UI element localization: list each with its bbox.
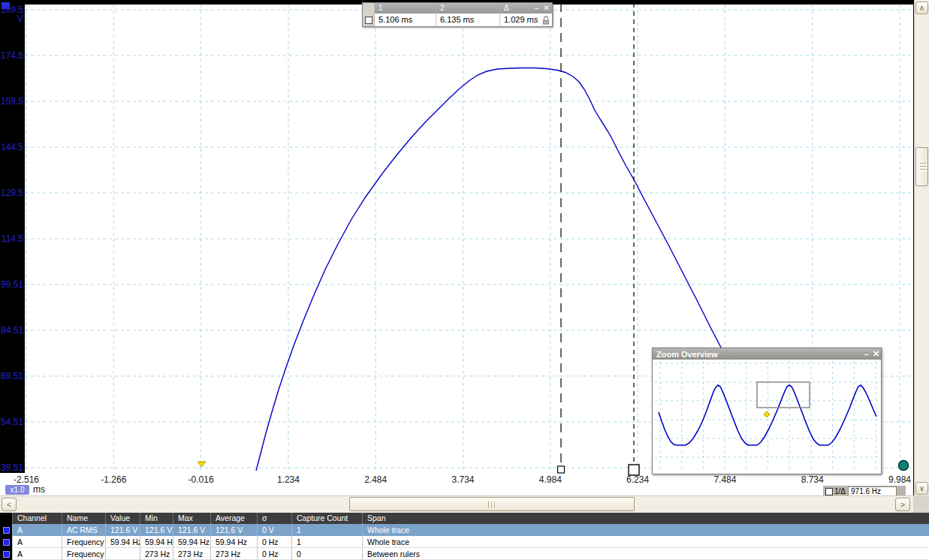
table-cell (105, 548, 140, 560)
table-header-cell: Min (140, 513, 173, 524)
table-header-cell: Name (62, 513, 105, 524)
vertical-scrollbar-thumb[interactable] (915, 147, 928, 186)
x-axis-label: 8.734 (786, 474, 839, 485)
table-cell: Frequency (62, 548, 105, 560)
table-cell: 59.94 Hz (105, 536, 140, 548)
x-axis-label: 1.234 (262, 474, 315, 485)
measurements-table: ChannelNameValueMinMaxAverageσCapture Co… (0, 513, 929, 560)
x-axis-label: -2.516 (0, 474, 53, 485)
table-row[interactable]: AFrequency59.94 Hz59.94 Hz59.94 Hz59.94 … (0, 536, 929, 548)
table-row[interactable]: AFrequency273 Hz273 Hz273 Hz0 Hz0Between… (0, 548, 929, 560)
scroll-left-button[interactable]: < (2, 498, 17, 511)
time-ruler-2-handle[interactable] (629, 465, 639, 475)
table-cell: Frequency (62, 536, 105, 548)
table-header-cell: σ (257, 513, 291, 524)
table-cell: 1 (291, 524, 362, 536)
table-cell: Whole trace (362, 536, 929, 548)
channel-color-cell (0, 524, 12, 536)
y-axis-label: 174.5 (0, 50, 23, 61)
table-cell: Between rulers (362, 548, 929, 560)
table-cell: 0 (291, 548, 362, 560)
table-row[interactable]: AAC RMS121.6 V121.6 V121.6 V121.6 V0 V1W… (0, 524, 929, 536)
zoom-overview-title: Zoom Overview (653, 350, 861, 359)
table-cell: 59.94 Hz (210, 536, 257, 548)
x-axis-label: 3.734 (437, 474, 490, 485)
y-axis-label: 144.5 (0, 142, 23, 152)
table-header-cell: Average (210, 513, 257, 524)
close-button[interactable]: ✕ (542, 3, 550, 14)
time-ruler-1-handle[interactable] (558, 466, 565, 473)
ruler-2-value: 6.135 ms (436, 14, 500, 26)
table-cell: A (12, 536, 62, 548)
channel-color-cell (0, 548, 12, 560)
y-axis-label: 99.51 (0, 279, 23, 290)
channel-a-color-icon (3, 551, 10, 558)
x-axis-label: 2.484 (349, 474, 402, 485)
data-end-marker-icon[interactable] (899, 461, 909, 471)
x-axis-unit: ms (33, 484, 45, 495)
table-cell: 0 V (257, 524, 291, 536)
table-cell: AC RMS (62, 524, 105, 536)
vertical-scrollbar[interactable]: ∧ ∨ (914, 0, 929, 496)
table-cell: 273 Hz (173, 548, 210, 560)
y-axis-label: 54.51 (0, 417, 23, 427)
table-cell: 59.94 Hz (173, 536, 210, 548)
trigger-diamond-icon[interactable] (764, 411, 770, 417)
table-cell: 0 Hz (257, 548, 291, 560)
channel-color-cell (0, 536, 12, 548)
y-axis-label: 39.51 (0, 462, 23, 473)
table-cell: 121.6 V (105, 524, 140, 536)
lock-icon[interactable] (542, 16, 550, 29)
table-header-cell: Span (362, 513, 929, 524)
ruler-legend-values: 5.106 ms 6.135 ms 1.029 ms (375, 14, 552, 26)
horizontal-scrollbar[interactable]: < > (0, 495, 913, 513)
zoom-overview-canvas (653, 360, 880, 473)
close-button[interactable]: ✕ (871, 349, 881, 359)
table-header-cell: Channel (12, 513, 62, 524)
table-cell: 273 Hz (210, 548, 257, 560)
zoom-factor-badge: x1.0 (5, 485, 29, 495)
ruler-legend-checkbox[interactable] (365, 17, 373, 24)
scroll-right-button[interactable]: > (895, 498, 910, 511)
table-cell: 121.6 V (140, 524, 173, 536)
x-axis-label: 6.234 (611, 474, 664, 485)
y-axis-label: 159.5 (0, 96, 23, 107)
horizontal-scrollbar-thumb[interactable] (349, 497, 635, 511)
table-header-cell: Value (105, 513, 140, 524)
y-axis-label: 129.5 (0, 188, 23, 198)
scroll-down-button[interactable]: ∨ (915, 482, 928, 495)
x-axis-label: -1.266 (87, 474, 140, 485)
table-cell: 121.6 V (210, 524, 257, 536)
x-axis-label: -0.016 (175, 474, 228, 485)
table-header-cell: Capture Count (291, 513, 362, 524)
table-cell: A (12, 524, 62, 536)
ruler-1-value: 5.106 ms (375, 14, 436, 26)
table-cell: 59.94 Hz (140, 536, 173, 548)
table-cell: Whole trace (362, 524, 929, 536)
minimize-button[interactable]: – (861, 350, 871, 359)
inverse-delta-checkbox[interactable] (825, 488, 833, 495)
scrollbar-corner (913, 495, 929, 513)
scroll-up-button[interactable]: ∧ (915, 2, 928, 14)
table-cell: 273 Hz (140, 548, 173, 560)
ruler-delta-value: 1.029 ms (500, 14, 552, 26)
minimize-button[interactable]: – (532, 3, 541, 14)
picoscope-window: { "ruler_box": { "columns": ["1", "2", "… (0, 0, 929, 560)
zoom-overview-titlebar[interactable]: Zoom Overview – ✕ (653, 348, 881, 360)
x-axis-label: 7.484 (698, 474, 751, 485)
table-header-row: ChannelNameValueMinMaxAverageσCapture Co… (0, 513, 929, 524)
ruler-delta-column-header: Δ – ✕ (500, 3, 552, 14)
y-axis-label: 84.51 (0, 325, 23, 336)
table-cell: 1 (291, 536, 362, 548)
y-axis-label: 69.51 (0, 371, 23, 381)
channel-a-color-icon (3, 527, 10, 534)
ruler-1-column-header: 1 (375, 3, 436, 14)
y-axis-unit: V (0, 14, 23, 24)
x-axis-label: 4.984 (524, 474, 577, 485)
table-cell: 121.6 V (173, 524, 210, 536)
y-axis-label: 114.5 (0, 233, 23, 244)
zoom-overview-window: Zoom Overview – ✕ (652, 348, 882, 474)
inverse-delta-label: 1/Δ (834, 487, 846, 495)
ruler-legend-window: 1 2 Δ – ✕ 5.106 ms 6.135 ms 1.029 ms (362, 2, 553, 27)
table-header-icon-cell (0, 513, 12, 524)
